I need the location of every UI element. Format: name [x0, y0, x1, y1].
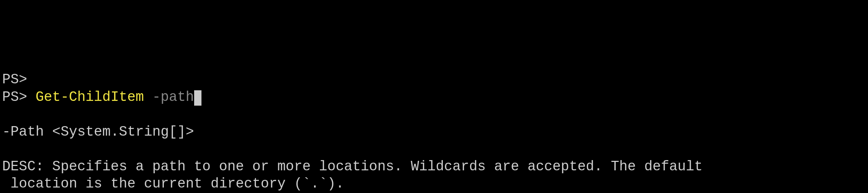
help-description-line-1: DESC: Specifies a path to one or more lo… — [2, 158, 866, 175]
blank-line — [2, 140, 866, 158]
desc-label: DESC: — [2, 159, 52, 174]
help-description-line-2: location is the current directory (`.`). — [2, 175, 866, 193]
command-line[interactable]: PS> Get-ChildItem -path — [2, 88, 866, 106]
prompt-line-1: PS> — [2, 71, 866, 88]
help-signature: -Path <System.String[]> — [2, 123, 866, 141]
ps-prompt: PS> — [2, 72, 27, 87]
terminal-window[interactable]: PS>PS> Get-ChildItem -path-Path <System.… — [2, 71, 866, 193]
cmdlet-name: Get-ChildItem — [35, 89, 144, 105]
space — [144, 89, 152, 105]
ps-prompt: PS> — [2, 89, 35, 105]
parameter-name: -path — [152, 89, 194, 105]
desc-text: Specifies a path to one or more location… — [52, 159, 703, 174]
blank-line — [2, 106, 866, 123]
cursor — [194, 90, 202, 106]
